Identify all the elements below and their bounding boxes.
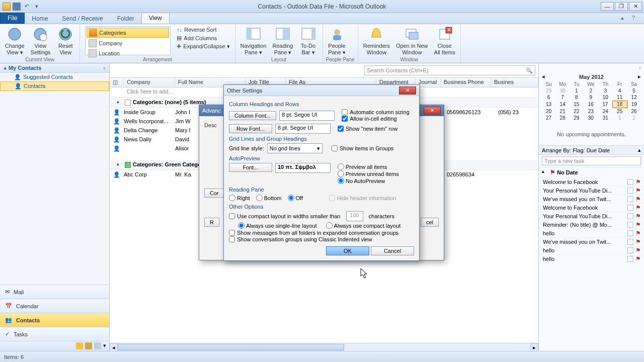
calendar-day[interactable]: 1 [612, 115, 627, 121]
grid-line-style-dropdown[interactable]: No grid lines▾ [267, 143, 323, 153]
tab-view[interactable]: View [141, 13, 170, 24]
flag-icon[interactable]: ⚑ [635, 196, 641, 203]
calendar-day[interactable]: 2 [583, 87, 598, 94]
flag-icon[interactable]: ⚑ [635, 255, 641, 262]
calendar-day[interactable]: 2 [627, 115, 641, 121]
flag-icon[interactable]: ⚑ [635, 213, 641, 220]
date-navigator[interactable]: ◂May 2012▸ SuMoTuWeThFrSa293012345678910… [539, 71, 644, 123]
reading-pane-right-radio[interactable]: Right [229, 195, 250, 201]
calendar-day[interactable]: 18 [612, 101, 627, 108]
show-items-in-groups-checkbox[interactable]: Show items in Groups [332, 145, 394, 151]
task-row[interactable]: hello⚑ [539, 229, 644, 237]
close-all-items-button[interactable]: ✕Close All Items [432, 25, 457, 56]
preview-all-radio[interactable]: Preview all items [338, 163, 399, 170]
tab-send-receive[interactable]: Send / Receive [55, 14, 110, 24]
add-columns-button[interactable]: ▤Add Columns [175, 34, 231, 42]
single-line-layout-radio[interactable]: Always use single-line layout [238, 222, 317, 229]
task-row[interactable]: hello⚑ [539, 254, 644, 263]
calendar-day[interactable]: 11 [612, 94, 627, 101]
task-complete-checkbox[interactable] [627, 188, 633, 194]
calendar-day[interactable]: 7 [555, 94, 570, 101]
calendar-day[interactable]: 21 [555, 108, 570, 115]
calendar-day[interactable]: 8 [570, 94, 583, 101]
tab-home[interactable]: Home [25, 14, 55, 24]
show-all-folders-checkbox[interactable]: Show messages from all folders in expand… [229, 230, 414, 236]
ok-button[interactable]: OK [326, 246, 369, 255]
calendar-day[interactable]: 15 [570, 101, 583, 108]
calendar-day[interactable]: 10 [598, 94, 612, 101]
calendar-day[interactable]: 29 [542, 87, 555, 94]
show-new-item-checkbox[interactable]: Show "new item" row [338, 126, 397, 132]
nav-configure-icon[interactable]: ▾ [103, 342, 106, 350]
calendar-day[interactable]: 28 [555, 115, 570, 121]
task-complete-checkbox[interactable] [627, 256, 633, 262]
task-complete-checkbox[interactable] [627, 222, 633, 228]
task-complete-checkbox[interactable] [627, 239, 633, 245]
ribbon-minimize-icon[interactable]: ▴ [621, 15, 630, 24]
always-compact-radio[interactable]: Always use compact layout [326, 222, 401, 229]
view-settings-button[interactable]: View Settings [29, 25, 53, 56]
reading-pane-bottom-radio[interactable]: Bottom [256, 195, 282, 201]
navbar-contacts[interactable]: 👥Contacts [0, 313, 109, 327]
hdr-company[interactable]: Company [124, 78, 175, 87]
calendar-day[interactable]: 23 [583, 108, 598, 115]
column-font-button[interactable]: Column Font... [229, 111, 276, 120]
no-autopreview-radio[interactable]: No AutoPreview [338, 177, 399, 184]
task-complete-checkbox[interactable] [627, 213, 633, 219]
expand-collapse-button[interactable]: ✚Expand/Collapse ▾ [175, 43, 231, 50]
task-group-nodate[interactable]: ⚑ No Date [539, 167, 644, 177]
calendar-day[interactable]: 4 [612, 87, 627, 94]
dialog-title[interactable]: Other Settings✕ [224, 85, 419, 96]
close-button[interactable]: ✕ [629, 2, 642, 11]
flag-icon[interactable]: ⚑ [635, 247, 641, 254]
search-icon[interactable]: 🔍 [526, 67, 533, 74]
dialog-button[interactable]: Cor [204, 189, 224, 198]
scroll-right-icon[interactable]: ▸ [530, 343, 538, 351]
flag-icon[interactable]: ⚑ [635, 238, 641, 245]
flag-icon[interactable]: ⚑ [635, 187, 641, 194]
calendar-day[interactable]: 1 [570, 87, 583, 94]
calendar-day[interactable]: 30 [555, 87, 570, 94]
people-pane-button[interactable]: People Pane ▾ [326, 25, 348, 56]
dialog-button[interactable]: R [204, 218, 219, 227]
new-task-input[interactable]: Type a new task [542, 156, 641, 165]
tab-file[interactable]: File [0, 13, 25, 24]
cancel-button[interactable]: cel [421, 218, 439, 227]
calendar-day[interactable]: 26 [627, 108, 641, 115]
open-new-window-button[interactable]: Open in New Window [394, 25, 430, 56]
search-input[interactable]: Search Contacts (Ctrl+E)🔍 [364, 65, 535, 75]
reading-pane-off-radio[interactable]: Off [288, 195, 303, 201]
qat-customize-icon[interactable]: ▾ [32, 2, 41, 11]
horizontal-scrollbar[interactable]: ◂ ▸ [110, 343, 538, 351]
calendar-day[interactable]: 3 [598, 87, 612, 94]
hdr-busphone[interactable]: Business Phone [441, 78, 491, 87]
calendar-day[interactable]: 12 [627, 94, 641, 101]
notes-icon[interactable] [76, 342, 83, 349]
nav-suggested-contacts[interactable]: 👤Suggested Contacts [0, 73, 109, 81]
flag-icon[interactable]: ⚑ [635, 178, 641, 186]
hdr-busfax[interactable]: Busines [491, 78, 538, 87]
nav-my-contacts[interactable]: ▴My Contacts‹ [0, 63, 109, 73]
navigation-pane-button[interactable]: Navigation Pane ▾ [238, 25, 269, 56]
flag-icon[interactable]: ⚑ [635, 221, 641, 228]
todo-bar-button[interactable]: To-Do Bar ▾ [297, 25, 319, 56]
use-compact-layout-checkbox[interactable]: Use compact layout in widths smaller tha… [229, 211, 414, 221]
tab-folder[interactable]: Folder [110, 14, 141, 24]
task-row[interactable]: Your Personal YouTube Di...⚑ [539, 186, 644, 195]
calendar-day[interactable]: 13 [542, 101, 555, 108]
nav-contacts-folder[interactable]: 👤Contacts [0, 81, 109, 91]
folder-list-icon[interactable] [85, 342, 92, 349]
in-cell-editing-checkbox[interactable]: Allow in-cell editing [342, 116, 410, 122]
reading-pane-button[interactable]: Reading Pane ▾ [271, 25, 295, 56]
calendar-day[interactable]: 25 [612, 108, 627, 115]
classic-indented-checkbox[interactable]: Show conversation groups using Classic I… [229, 236, 414, 242]
calendar-day[interactable]: 6 [542, 94, 555, 101]
navbar-tasks[interactable]: ✓Tasks [0, 327, 109, 341]
todo-expand-icon[interactable]: › [639, 64, 641, 70]
task-complete-checkbox[interactable] [627, 247, 633, 253]
calendar-day[interactable]: 31 [598, 115, 612, 121]
calendar-day[interactable]: 14 [555, 101, 570, 108]
calendar-day[interactable]: 19 [627, 101, 641, 108]
calendar-day[interactable]: 17 [598, 101, 612, 108]
next-month-icon[interactable]: ▸ [638, 73, 641, 80]
